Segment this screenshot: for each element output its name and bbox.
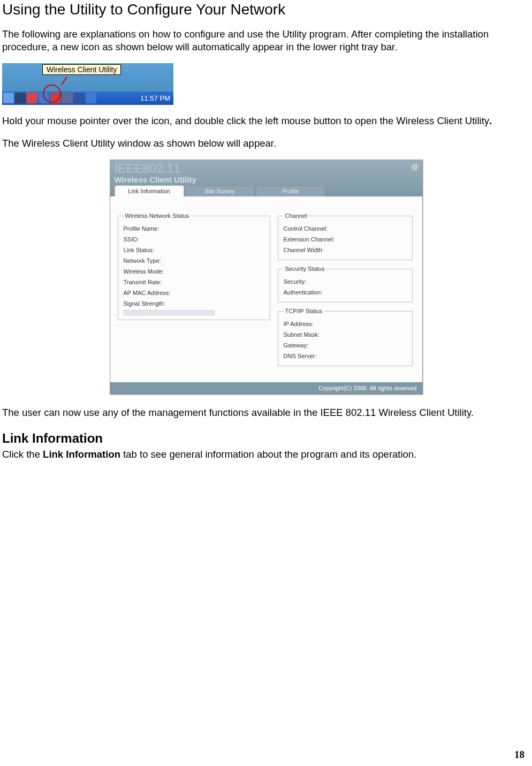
tray-tooltip: Wireless Client Utility <box>42 64 121 75</box>
field-extension-channel: Extension Channel: <box>284 234 408 245</box>
group-legend: Security Status <box>284 266 326 272</box>
field-channel-width: Channel Width: <box>284 245 408 255</box>
field-ip-address: IP Address: <box>284 318 408 329</box>
tray-icon <box>62 93 73 103</box>
field-profile-name: Profile Name: <box>124 223 265 234</box>
page-title: Using the Utility to Configure Your Netw… <box>2 1 530 18</box>
tray-screenshot: Wireless Client Utility 11:57 PM <box>2 63 173 105</box>
intro-paragraph-2: Hold your mouse pointer over the icon, a… <box>2 115 530 127</box>
bold-link-information: Link Information <box>43 449 120 460</box>
field-gateway: Gateway: <box>284 340 408 351</box>
field-ap-mac-address: AP MAC Address: <box>124 287 265 298</box>
group-wireless-network-status: Wireless Network Status Profile Name: SS… <box>118 213 270 320</box>
tray-icon <box>3 93 14 103</box>
field-signal-strength: Signal Strength: <box>124 298 265 309</box>
field-link-status: Link Status: <box>124 245 265 255</box>
intro-paragraph-1: The following are explanations on how to… <box>2 28 530 54</box>
text: Hold your mouse pointer over the icon, a… <box>2 115 489 126</box>
app-header-subtitle: Wireless Client Utility <box>115 175 418 184</box>
app-header: IEEE802.11 Wireless Client Utility Link … <box>110 160 422 196</box>
app-body: Wireless Network Status Profile Name: SS… <box>110 196 422 382</box>
group-legend: Channel <box>284 213 309 219</box>
text: tab to see general information about the… <box>120 449 416 460</box>
wireless-client-utility-window: IEEE802.11 Wireless Client Utility Link … <box>110 160 423 395</box>
close-icon[interactable] <box>411 163 419 171</box>
signal-strength-bar <box>124 310 215 315</box>
intro-paragraph-3: The Wireless Client Utility window as sh… <box>2 137 530 150</box>
section-title-link-information: Link Information <box>2 431 530 446</box>
tray-icon <box>74 93 85 103</box>
group-security-status: Security Status Security: Authentication… <box>278 266 413 302</box>
tray-icon <box>27 93 37 103</box>
right-column: Channel Control Channel: Extension Chann… <box>278 213 413 366</box>
app-screenshot: IEEE802.11 Wireless Client Utility Link … <box>2 160 530 395</box>
app-header-title-ieee: IEEE802.11 <box>115 161 418 176</box>
bold-period: . <box>489 115 492 126</box>
group-legend: Wireless Network Status <box>124 213 191 219</box>
tab-site-survey[interactable]: Site Survey <box>185 185 255 196</box>
field-dns-server: DNS Server: <box>284 351 408 361</box>
text: Click the <box>2 449 43 460</box>
tray-icon <box>15 93 26 103</box>
field-control-channel: Control Channel: <box>284 223 408 234</box>
field-wireless-mode: Wireless Mode: <box>124 266 265 277</box>
tray-clock: 11:57 PM <box>140 94 173 102</box>
group-channel: Channel Control Channel: Extension Chann… <box>278 213 413 260</box>
app-footer-copyright: Copyright(C) 2006. All rights reserved <box>110 382 422 394</box>
field-security: Security: <box>284 276 408 287</box>
para-link-info-desc: Click the Link Information tab to see ge… <box>2 448 530 461</box>
tab-bar: Link Information Site Survey Profile <box>115 185 326 196</box>
para-management-functions: The user can now use any of the manageme… <box>2 406 530 419</box>
tab-link-information[interactable]: Link Information <box>115 185 184 196</box>
tray-icon <box>86 93 96 103</box>
field-subnet-mask: Subnet Mask: <box>284 329 408 340</box>
field-ssid: SSID: <box>124 234 265 245</box>
group-legend: TCP/IP Status <box>284 308 324 314</box>
callout-circle <box>43 85 61 103</box>
field-authentication: Authentication: <box>284 287 408 298</box>
tab-profile[interactable]: Profile <box>256 185 325 196</box>
field-transmit-rate: Transmit Rate: <box>124 277 265 287</box>
left-column: Wireless Network Status Profile Name: SS… <box>118 213 270 366</box>
group-tcpip-status: TCP/IP Status IP Address: Subnet Mask: G… <box>278 308 413 366</box>
field-network-type: Network Type: <box>124 255 265 266</box>
